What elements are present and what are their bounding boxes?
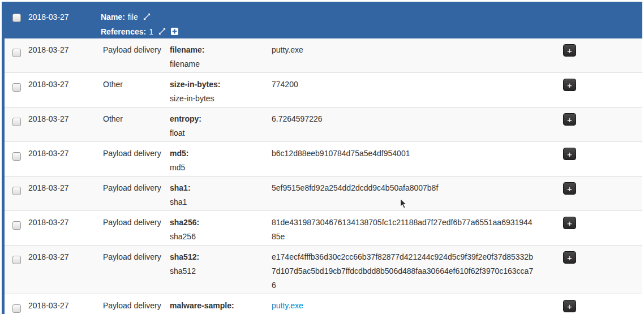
attribute-row: 2018-03-27 Payload delivery sha256: sha2… — [5, 211, 642, 246]
attribute-category: Payload delivery — [103, 299, 170, 313]
select-all-checkbox[interactable] — [12, 14, 21, 22]
attribute-action-cell: + — [559, 250, 642, 264]
attribute-value-cell: 5ef9515e8fd92a254dd2dcdd9c4b50afa8007b8f — [272, 181, 559, 195]
add-button[interactable]: + — [563, 44, 576, 57]
attribute-date: 2018-03-27 — [28, 112, 103, 126]
row-checkbox-cell — [5, 250, 28, 269]
object-references-line: References:1 — [101, 25, 642, 40]
attribute-relation-label: entropy: — [170, 112, 272, 126]
row-checkbox[interactable] — [12, 118, 21, 126]
attribute-value: 81de431987304676134138705fc1c21188ad7f27… — [272, 216, 535, 244]
row-checkbox-cell — [5, 43, 28, 62]
attribute-category: Payload delivery — [103, 43, 170, 57]
attribute-value-link[interactable]: putty.exe — [272, 299, 535, 313]
attribute-type: sha256 — [170, 230, 272, 244]
attribute-type: filename — [170, 57, 272, 71]
attribute-date: 2018-03-27 — [28, 216, 103, 230]
attribute-type-cell: sha512: sha512 — [170, 250, 272, 278]
attribute-relation-label: malware-sample: — [170, 299, 272, 313]
attribute-value: 774200 — [272, 78, 535, 92]
attribute-type-cell: filename: filename — [170, 43, 272, 71]
references-count: 1 — [149, 27, 153, 36]
attribute-row: 2018-03-27 Payload delivery sha1: sha1 5… — [5, 177, 642, 211]
row-checkbox[interactable] — [12, 49, 21, 57]
row-checkbox[interactable] — [12, 304, 21, 313]
attribute-type-cell: sha256: sha256 — [170, 216, 272, 244]
attribute-relation-label: filename: — [170, 43, 272, 57]
attribute-type-cell: entropy: float — [170, 112, 272, 140]
row-checkbox[interactable] — [12, 152, 21, 161]
add-button[interactable]: + — [563, 251, 576, 264]
attribute-type: float — [170, 126, 272, 140]
add-button[interactable]: + — [563, 217, 576, 229]
attribute-type-cell: md5: md5 — [170, 147, 272, 175]
attribute-action-cell: + — [559, 78, 642, 91]
attribute-date: 2018-03-27 — [28, 299, 103, 313]
attribute-type: sha512 — [170, 264, 272, 278]
attribute-row: 2018-03-27 Payload delivery filename: fi… — [5, 38, 642, 73]
attribute-action-cell: + — [559, 147, 642, 160]
add-reference-icon[interactable] — [171, 25, 178, 40]
object-meta: Name:file References:1 — [101, 2, 642, 40]
attribute-category: Other — [103, 112, 170, 126]
expand-icon[interactable] — [158, 25, 166, 40]
attribute-type-cell: sha1: sha1 — [170, 181, 272, 209]
row-checkbox-cell — [5, 78, 28, 96]
attribute-object-container: 2018-03-27 Name:file References:1 — [2, 2, 642, 314]
add-button[interactable]: + — [563, 182, 576, 195]
attribute-row: 2018-03-27 Payload delivery sha512: sha5… — [5, 246, 642, 294]
attribute-value: 5ef9515e8fd92a254dd2dcdd9c4b50afa8007b8f — [272, 181, 535, 195]
row-checkbox[interactable] — [12, 83, 21, 92]
row-checkbox[interactable] — [12, 221, 21, 230]
add-button[interactable]: + — [563, 113, 576, 126]
attribute-value-cell: e174ecf4fffb36d30c2cc66b37f82877d421244c… — [272, 250, 559, 293]
attribute-date: 2018-03-27 — [28, 147, 103, 161]
attribute-value-cell: 81de431987304676134138705fc1c21188ad7f27… — [272, 216, 559, 244]
object-date: 2018-03-27 — [28, 2, 101, 24]
attribute-value-cell: putty.exe — [272, 299, 559, 313]
attribute-category: Payload delivery — [103, 216, 170, 230]
attribute-value: e174ecf4fffb36d30c2cc66b37f82877d421244c… — [272, 250, 535, 293]
attribute-type: md5 — [170, 161, 272, 175]
attribute-value-cell: 6.7264597226 — [272, 112, 559, 126]
attribute-action-cell: + — [559, 216, 642, 229]
object-name-value: file — [128, 12, 138, 21]
attribute-action-cell: + — [559, 43, 642, 57]
object-name-label: Name: — [101, 12, 125, 21]
attribute-rows: 2018-03-27 Payload delivery filename: fi… — [5, 38, 642, 314]
header-checkbox-cell — [5, 2, 28, 27]
attribute-type-cell: size-in-bytes: size-in-bytes — [170, 78, 272, 106]
references-label: References: — [101, 27, 146, 36]
attribute-value: putty.exe — [272, 43, 535, 57]
add-button[interactable]: + — [563, 300, 576, 312]
row-checkbox[interactable] — [12, 187, 21, 195]
row-checkbox[interactable] — [12, 256, 21, 264]
row-checkbox-cell — [5, 216, 28, 234]
attribute-date: 2018-03-27 — [28, 250, 103, 264]
object-header: 2018-03-27 Name:file References:1 — [5, 2, 642, 38]
expand-icon[interactable] — [143, 11, 151, 25]
attribute-row: 2018-03-27 Payload delivery md5: md5 b6c… — [5, 142, 642, 177]
add-button[interactable]: + — [563, 79, 576, 91]
attribute-value-cell: 774200 — [272, 78, 559, 92]
attribute-relation-label: md5: — [170, 147, 272, 161]
attribute-value-cell: b6c12d88eeb910784d75a5e4df954001 — [272, 147, 559, 161]
attribute-type: sha1 — [170, 195, 272, 209]
row-checkbox-cell — [5, 147, 28, 165]
row-checkbox-cell — [5, 181, 28, 200]
attribute-type-cell: malware-sample: — [170, 299, 272, 313]
attribute-action-cell: + — [559, 181, 642, 195]
attribute-relation-label: sha512: — [170, 250, 272, 264]
attribute-category: Payload delivery — [103, 250, 170, 264]
attribute-action-cell: + — [559, 112, 642, 126]
attribute-row: 2018-03-27 Other size-in-bytes: size-in-… — [5, 73, 642, 107]
attribute-date: 2018-03-27 — [28, 43, 103, 57]
object-name-line: Name:file — [101, 10, 642, 25]
attribute-type: size-in-bytes — [170, 92, 272, 106]
attribute-relation-label: sha256: — [170, 216, 272, 230]
attribute-row: 2018-03-27 Other entropy: float 6.726459… — [5, 107, 642, 142]
attribute-category: Payload delivery — [103, 147, 170, 161]
attribute-relation-label: size-in-bytes: — [170, 78, 272, 92]
attribute-relation-label: sha1: — [170, 181, 272, 195]
add-button[interactable]: + — [563, 148, 576, 160]
